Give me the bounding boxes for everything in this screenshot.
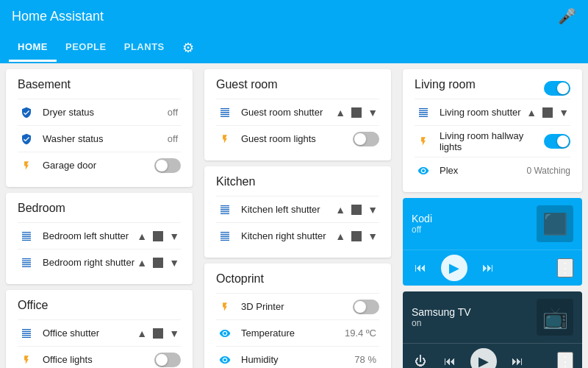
office-lights-label: Office lights (43, 354, 154, 365)
kodi-status: off (412, 224, 537, 235)
bolt-icon (415, 136, 432, 146)
play-button[interactable]: ▶ (470, 348, 497, 368)
samsung-header: Samsung TV on 📺 (403, 291, 582, 343)
shutter-stop-button[interactable] (351, 107, 362, 118)
list-item: Dryer status off (18, 99, 181, 125)
printer-label: 3D Printer (241, 301, 353, 312)
kitchen-right-label: Kitchen right shutter (241, 230, 334, 241)
samsung-art: 📺 (537, 299, 573, 336)
tab-people[interactable]: PEOPLE (57, 34, 115, 62)
bedroom-title: Bedroom (18, 202, 181, 215)
samsung-controls: ⏻ ⏮ ▶ ⏭ ⋮ (403, 343, 582, 368)
living-room-toggle[interactable] (544, 81, 570, 96)
shutter-stop-button[interactable] (351, 231, 362, 241)
power-button[interactable]: ⏻ (412, 352, 429, 368)
shutter-icon (216, 204, 234, 216)
kodi-info: Kodi off (412, 213, 537, 235)
tab-plants[interactable]: PLANTS (115, 34, 173, 62)
shutter-controls: ▲ ▼ (334, 202, 379, 217)
shutter-icon (18, 230, 35, 242)
guest-lights-toggle[interactable] (353, 132, 379, 146)
list-item: Living room hallway lights (415, 125, 570, 157)
bedroom-right-shutter-label: Bedroom right shutter (43, 257, 135, 268)
shutter-down-button[interactable]: ▼ (168, 326, 181, 341)
list-item: Office shutter ▲ ▼ (18, 319, 181, 346)
shutter-stop-button[interactable] (153, 328, 163, 339)
list-item: Guest room shutter ▲ ▼ (216, 99, 379, 125)
hallway-lights-toggle[interactable] (544, 134, 570, 149)
mic-icon[interactable]: 🎤 (558, 7, 576, 25)
play-button[interactable]: ▶ (441, 255, 467, 281)
shutter-stop-button[interactable] (542, 107, 553, 118)
temperature-label: Temperature (241, 328, 345, 339)
list-item: Kitchen left shutter ▲ ▼ (216, 196, 379, 222)
header: Home Assistant 🎤 HOME PEOPLE PLANTS ⚙ (0, 0, 588, 63)
samsung-name: Samsung TV (412, 306, 537, 318)
shutter-icon (18, 328, 35, 339)
shutter-up-button[interactable]: ▲ (135, 229, 148, 244)
shutter-down-button[interactable]: ▼ (168, 229, 181, 244)
shutter-down-button[interactable]: ▼ (366, 105, 379, 120)
settings-icon[interactable]: ⚙ (173, 32, 203, 63)
shutter-up-button[interactable]: ▲ (334, 202, 347, 217)
shutter-down-button[interactable]: ▼ (557, 105, 570, 120)
guest-lights-label: Guest room lights (241, 133, 353, 144)
shutter-up-button[interactable]: ▲ (525, 105, 538, 120)
shutter-down-button[interactable]: ▼ (366, 229, 379, 244)
dryer-value: off (168, 107, 178, 118)
shutter-controls: ▲ ▼ (135, 229, 181, 244)
rewind-button[interactable]: ⏮ (412, 258, 429, 277)
list-item: Garage door (18, 152, 181, 178)
guest-room-title: Guest room (216, 78, 379, 91)
shield-icon (18, 107, 35, 118)
list-item: Plex 0 Watching (415, 157, 570, 183)
shutter-icon (216, 230, 234, 242)
guest-shutter-label: Guest room shutter (241, 107, 334, 118)
middle-column: Guest room Guest room shutter ▲ ▼ (198, 63, 397, 368)
kodi-art-icon: ⬛ (542, 212, 568, 236)
prev-button[interactable]: ⏮ (441, 352, 459, 368)
next-button[interactable]: ⏭ (509, 352, 526, 368)
fast-forward-button[interactable]: ⏭ (479, 258, 497, 277)
shutter-up-button[interactable]: ▲ (135, 255, 148, 270)
basement-title: Basement (18, 78, 181, 91)
list-item: Humidity 78 % (216, 346, 379, 368)
office-card: Office Office shutter ▲ ▼ (6, 290, 193, 368)
list-item: Bedroom left shutter ▲ ▼ (18, 222, 181, 249)
shutter-down-button[interactable]: ▼ (168, 255, 181, 270)
samsung-art-icon: 📺 (542, 305, 568, 330)
shutter-up-button[interactable]: ▲ (334, 229, 347, 244)
shutter-icon (18, 257, 35, 269)
kitchen-left-label: Kitchen left shutter (241, 204, 334, 215)
bolt-icon (216, 302, 234, 312)
list-item: 3D Printer (216, 293, 379, 319)
shutter-stop-button[interactable] (351, 205, 362, 215)
samsung-info: Samsung TV on (412, 306, 537, 328)
tab-home[interactable]: HOME (9, 34, 57, 62)
shutter-controls: ▲ ▼ (135, 255, 181, 270)
samsung-tv-card: Samsung TV on 📺 ⏻ ⏮ ▶ ⏭ ⋮ (403, 291, 582, 368)
shutter-up-button[interactable]: ▲ (334, 105, 347, 120)
shield-icon (18, 133, 35, 145)
samsung-status: on (412, 318, 537, 328)
shutter-icon (415, 107, 432, 118)
shutter-controls: ▲ ▼ (334, 229, 379, 244)
more-options-button[interactable]: ⋮ (557, 352, 573, 368)
eye-icon (216, 328, 234, 339)
washer-label: Washer status (43, 133, 168, 144)
garage-toggle[interactable] (154, 158, 181, 173)
more-options-button[interactable]: ⋮ (557, 258, 573, 277)
octoprint-title: Octoprint (216, 272, 379, 286)
shutter-up-button[interactable]: ▲ (135, 326, 148, 341)
living-room-title: Living room (415, 78, 476, 91)
kodi-card: Kodi off ⬛ ⏮ ▶ ⏭ ⋮ (403, 198, 582, 286)
office-lights-toggle[interactable] (154, 353, 181, 367)
living-room-card: Living room Living room shutter ▲ ▼ (403, 69, 582, 192)
hallway-lights-label: Living room hallway lights (440, 130, 544, 152)
shutter-stop-button[interactable] (153, 258, 163, 268)
shutter-stop-button[interactable] (153, 231, 163, 241)
shutter-down-button[interactable]: ▼ (366, 202, 379, 217)
kodi-header: Kodi off ⬛ (403, 198, 582, 250)
nav-tabs: HOME PEOPLE PLANTS ⚙ (0, 32, 588, 63)
printer-toggle[interactable] (353, 300, 379, 314)
